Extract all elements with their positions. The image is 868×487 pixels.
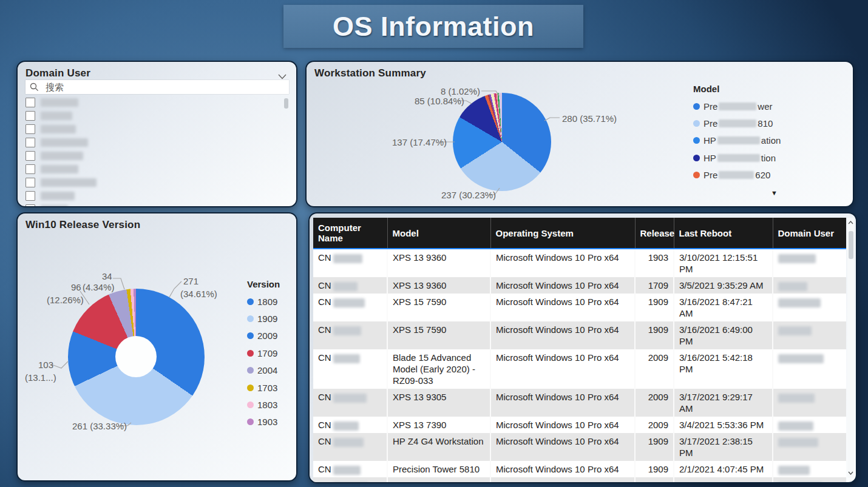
legend-item[interactable]: 1809 [247,293,294,310]
cell-model[interactable]: XPS 15 7590 [387,321,490,349]
cell-operating-system[interactable]: Microsoft Windows 10 Pro x64 [490,277,635,294]
cell-computer-name[interactable]: CN [313,433,387,461]
cell-release[interactable]: 2009 [635,417,674,433]
cell-computer-name[interactable]: CN [313,389,387,417]
legend-item[interactable]: 1903 [247,414,294,431]
checkbox[interactable] [25,164,35,174]
cell-operating-system[interactable]: Microsoft Windows 10 Pro x64 [490,321,635,349]
cell-domain-user[interactable] [773,389,846,417]
cell-last-reboot[interactable]: 3/5/2021 9:35:29 AM [674,277,773,294]
legend-item[interactable]: 1803 [247,396,294,413]
cell-computer-name[interactable]: CN [313,249,387,277]
cell-last-reboot[interactable]: 3/16/2021 5:42:18 PM [674,349,773,389]
legend-item[interactable]: HP ation [693,132,845,149]
table-row[interactable]: CN XPS 13 9360 Microsoft Windows 10 Pro … [313,277,846,294]
cell-last-reboot[interactable]: 3/16/2021 8:47:21 AM [674,294,773,321]
slicer-list-item[interactable] [25,123,280,136]
legend-item[interactable]: Pre wer [693,98,845,115]
header-release[interactable]: Release [635,218,674,249]
cell-operating-system[interactable]: Microsoft Windows 10 Pro x64 [490,417,635,433]
cell-model[interactable]: Precision Tower 5810 [387,477,490,483]
cell-operating-system[interactable]: Microsoft Windows 10 Pro x64 [490,389,635,417]
table-row[interactable]: CN XPS 13 9305 Microsoft Windows 10 Pro … [313,389,846,417]
table-scrollbar[interactable] [847,218,854,478]
legend-item[interactable]: 1909 [247,310,294,327]
legend-item[interactable]: HP tion [693,149,845,166]
cell-release[interactable]: 2009 [635,389,674,417]
slicer-list-item[interactable] [25,176,280,189]
cell-model[interactable]: Blade 15 Advanced Model (Early 2020) - R… [387,349,490,389]
cell-computer-name[interactable]: CN [313,417,387,433]
header-last-reboot[interactable]: Last Reboot [674,218,773,249]
cell-computer-name[interactable]: CN [313,321,387,349]
slicer-list-item[interactable] [25,189,280,203]
checkbox[interactable] [25,111,35,121]
cell-release[interactable]: 1909 [635,321,674,349]
cell-last-reboot[interactable]: 2/1/2021 4:07:45 PM [674,461,773,477]
checkbox[interactable] [25,151,35,161]
cell-computer-name[interactable]: CN [313,477,387,483]
cell-operating-system[interactable]: Microsoft Windows 10 Pro x64 [490,349,635,389]
slicer-list-item[interactable] [25,109,280,123]
legend-item[interactable]: Pre 620 [693,167,845,184]
cell-operating-system[interactable]: Microsoft Windows 10 Pro x64 [490,249,635,277]
checkbox[interactable] [25,204,35,206]
table-row[interactable]: CN Precision Tower 5810 Microsoft Window… [313,477,846,483]
table-scrollbar-thumb[interactable] [849,231,853,259]
slicer-list-item[interactable] [25,96,280,109]
slicer-scrollbar-thumb[interactable] [284,98,288,109]
cell-last-reboot[interactable]: 3/16/2021 6:49:00 PM [674,321,773,349]
cell-last-reboot[interactable]: 3/9/2021 9:25:18 AM [674,477,773,483]
cell-release[interactable]: 1709 [635,477,674,483]
legend-item[interactable]: 1703 [247,379,294,396]
cell-last-reboot[interactable]: 3/17/2021 9:29:17 AM [674,389,773,417]
slicer-list-item[interactable] [25,163,280,176]
cell-model[interactable]: XPS 13 9360 [387,277,490,294]
cell-domain-user[interactable] [773,294,846,321]
cell-model[interactable]: XPS 15 7590 [387,294,490,321]
header-domain-user[interactable]: Domain User [773,218,846,249]
slicer-search-input[interactable] [44,81,289,93]
header-operating-system[interactable]: Operating System [490,218,635,249]
cell-release[interactable]: 2009 [635,349,674,389]
cell-release[interactable]: 1709 [635,277,674,294]
cell-model[interactable]: HP Z4 G4 Workstation [387,433,490,461]
cell-last-reboot[interactable]: 3/10/2021 12:15:51 PM [674,249,773,277]
cell-computer-name[interactable]: CN [313,349,387,389]
cell-operating-system[interactable]: Microsoft Windows 10 Pro x64 [490,294,635,321]
checkbox[interactable] [25,191,35,201]
table-row[interactable]: CN Blade 15 Advanced Model (Early 2020) … [313,349,846,389]
legend-item[interactable]: 1709 [247,344,294,361]
cell-operating-system[interactable]: Microsoft Windows 10 Pro x64 [490,477,635,483]
cell-model[interactable]: Precision Tower 5810 [387,461,490,477]
legend-item[interactable]: 2009 [247,327,294,344]
cell-computer-name[interactable]: CN [313,277,387,294]
cell-domain-user[interactable] [773,249,846,277]
scroll-down-icon[interactable] [847,469,854,477]
cell-release[interactable]: 1909 [635,294,674,321]
header-computer-name[interactable]: Computer Name [313,218,387,249]
table-row[interactable]: CN Precision Tower 5810 Microsoft Window… [313,461,846,477]
slicer-list-item[interactable] [25,149,280,163]
table-row[interactable]: CN HP Z4 G4 Workstation Microsoft Window… [313,433,846,461]
cell-model[interactable]: XPS 13 9360 [387,249,490,277]
checkbox[interactable] [25,124,35,134]
legend-item[interactable]: 2004 [247,362,294,379]
legend-item[interactable]: Pre 810 [693,115,845,132]
cell-release[interactable]: 1903 [635,249,674,277]
table-row[interactable]: CN XPS 15 7590 Microsoft Windows 10 Pro … [313,294,846,321]
cell-last-reboot[interactable]: 3/4/2021 5:53:36 PM [674,417,773,433]
cell-domain-user[interactable] [773,349,846,389]
slicer-list-item[interactable] [25,203,280,206]
cell-release[interactable]: 1909 [635,461,674,477]
cell-operating-system[interactable]: Microsoft Windows 10 Pro x64 [490,433,635,461]
cell-model[interactable]: XPS 13 9305 [387,389,490,417]
workstation-pie[interactable] [453,93,551,191]
cell-operating-system[interactable]: Microsoft Windows 10 Pro x64 [490,461,635,477]
checkbox[interactable] [25,138,35,147]
cell-domain-user[interactable] [773,277,846,294]
table-row[interactable]: CN XPS 15 7590 Microsoft Windows 10 Pro … [313,321,846,349]
checkbox[interactable] [25,98,35,107]
legend-scroll-down-icon[interactable]: ▼ [771,189,778,196]
table-row[interactable]: CN XPS 13 7390 Microsoft Windows 10 Pro … [313,417,846,433]
